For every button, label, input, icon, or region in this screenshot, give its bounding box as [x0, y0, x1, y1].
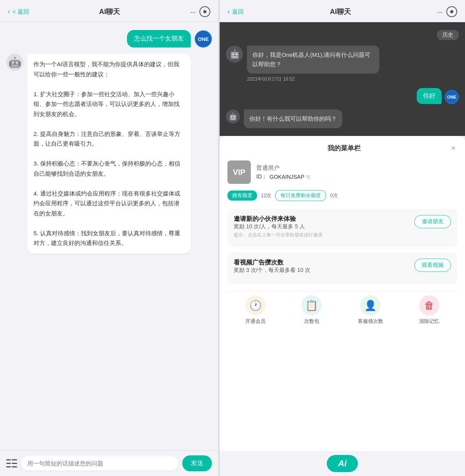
right-back-button[interactable]: ‹ 返回 — [227, 8, 244, 16]
history-badge[interactable]: 历史 — [437, 30, 459, 40]
quota-package-label: 次数包 — [304, 318, 319, 325]
video-desc: 奖励 3 次/个，每天最多看 10 次 — [234, 267, 310, 274]
right-header-title: AI聊天 — [330, 7, 351, 16]
right-back-arrow: ‹ — [227, 8, 230, 16]
vip-info: 普通用户 ID： GOKAINJSAP ⧉ — [256, 164, 310, 180]
trash-icon: 🗑 — [424, 300, 434, 312]
vip-section: VIP 普通用户 ID： GOKAINJSAP ⧉ — [227, 160, 457, 184]
ai-message-row: 🤖 作为一个AI语言模型，我不能为你提供具体的建议，但我可以给你一些一般性的建议… — [6, 54, 212, 254]
video-header-row: 看视频广告攒次数 奖励 3 次/个，每天最多看 10 次 观看视频 — [234, 259, 451, 275]
right-target-icon[interactable] — [446, 6, 457, 17]
right-header-icons: ··· — [437, 6, 457, 17]
right-chat-area: 历史 🤖 你好，我是One机器人(M1),请问有什么问题可以帮助您？ 2023年… — [220, 22, 465, 136]
svg-rect-5 — [12, 466, 17, 467]
bot-greeting-row: 🤖 你好，我是One机器人(M1),请问有什么问题可以帮助您？ 2023年03月… — [226, 46, 459, 83]
menu-close-button[interactable]: × — [449, 144, 457, 153]
left-back-button[interactable]: ‹ < 返回 — [8, 8, 29, 16]
user-id-label: ID： — [256, 173, 267, 180]
vip-badge: VIP — [227, 160, 251, 184]
clear-memory-item[interactable]: 🗑 清除记忆 — [419, 295, 439, 325]
clear-memory-icon: 🗑 — [419, 295, 439, 316]
right-robot-icon-2: 🤖 — [229, 112, 237, 121]
user-nihao-text: 你好 — [423, 92, 435, 99]
menu-panel: 我的菜单栏 × VIP 普通用户 ID： GOKAINJSAP ⧉ 拥有额度 1… — [220, 136, 465, 451]
clipboard-icon: 📋 — [305, 300, 318, 312]
quota-package-item[interactable]: 📋 次数包 — [301, 295, 322, 325]
clear-memory-label: 清除记忆 — [419, 318, 439, 325]
svg-rect-1 — [6, 463, 11, 464]
invite-desc: 奖励 10 次/人，每天最多 5 人 — [234, 223, 322, 230]
vip-membership-item[interactable]: 🕐 开通会员 — [245, 295, 266, 325]
right-more-icon[interactable]: ··· — [437, 7, 442, 16]
watch-video-button[interactable]: 观看视频 — [414, 259, 451, 272]
avatar-label: ONE — [198, 36, 209, 42]
person-icon: 👤 — [364, 300, 377, 312]
vip-membership-label: 开通会员 — [245, 318, 266, 325]
ai-badge: Ai — [327, 455, 358, 472]
right-avatar-label: ONE — [447, 95, 456, 99]
send-button[interactable]: 发送 — [182, 455, 212, 471]
robot-avatar: 🤖 — [6, 54, 23, 71]
quota-badge: 拥有额度 — [227, 190, 257, 201]
user-message-text: 怎么找一个女朋友 — [134, 35, 184, 42]
menu-icons-row: 🕐 开通会员 📋 次数包 👤 客服领次数 🗑 清除记忆 — [227, 291, 457, 325]
ai-bubble: 作为一个AI语言模型，我不能为你提供具体的建议，但我可以给你一些一般性的建议：1… — [27, 54, 191, 254]
clock-icon: 🕐 — [249, 300, 262, 312]
left-chat-panel: ‹ < 返回 AI聊天 ··· 怎么找一个女朋友 ONE 🤖 作为一个AI语言模… — [0, 0, 218, 476]
left-more-icon[interactable]: ··· — [190, 7, 196, 16]
left-header-title: AI聊天 — [99, 7, 120, 16]
right-robot-avatar: 🤖 — [226, 46, 243, 63]
copy-icon[interactable]: ⧉ — [306, 174, 310, 180]
svg-rect-2 — [6, 466, 11, 467]
left-header-icons: ··· — [190, 6, 210, 17]
bot-response-text: 你好！有什么我可以帮助你的吗？ — [249, 115, 337, 122]
quota-row: 拥有额度 12次 每日免费剩余额度 0次 — [227, 190, 457, 201]
customer-service-label: 客服领次数 — [358, 318, 383, 325]
user-avatar: ONE — [195, 30, 212, 48]
video-title: 看视频广告攒次数 — [234, 259, 310, 267]
customer-service-item[interactable]: 👤 客服领次数 — [358, 295, 383, 325]
back-label: < 返回 — [12, 8, 29, 16]
message-input[interactable] — [21, 456, 178, 471]
bot-greeting-text: 你好，我是One机器人(M1),请问有什么问题可以帮助您？ — [252, 51, 370, 67]
right-user-avatar: ONE — [445, 90, 459, 104]
left-chat-area: 怎么找一个女朋友 ONE 🤖 作为一个AI语言模型，我不能为你提供具体的建议，但… — [0, 22, 218, 450]
right-back-label: 返回 — [232, 8, 244, 16]
invite-friend-button[interactable]: 邀请朋友 — [414, 215, 451, 228]
left-target-icon[interactable] — [199, 6, 210, 17]
robot-icon: 🤖 — [9, 56, 21, 69]
daily-count: 0次 — [330, 192, 338, 199]
user-nihao-row: 你好 ONE — [226, 88, 459, 104]
invite-title: 邀请新的小伙伴来体验 — [234, 215, 322, 223]
svg-rect-0 — [6, 459, 11, 460]
left-input-bar: 发送 — [0, 450, 218, 476]
user-message-row: 怎么找一个女朋友 ONE — [6, 30, 212, 48]
invite-section: 邀请新的小伙伴来体验 奖励 10 次/人，每天最多 5 人 提示：点击右上角一可… — [227, 209, 457, 247]
user-type: 普通用户 — [256, 164, 310, 172]
user-id-value: GOKAINJSAP — [269, 174, 304, 180]
ai-message-text: 作为一个AI语言模型，我不能为你提供具体的建议，但我可以给你一些一般性的建议：1… — [33, 61, 180, 246]
daily-quota-badge: 每日免费剩余额度 — [275, 190, 326, 201]
menu-list-icon[interactable] — [6, 459, 17, 468]
invite-hint: 提示：点击右上角一可分享给朋友进行邀请 — [234, 232, 322, 238]
svg-rect-3 — [12, 459, 17, 460]
menu-header: 我的菜单栏 × — [227, 144, 457, 153]
bot-greeting-bubble: 你好，我是One机器人(M1),请问有什么问题可以帮助您？ — [247, 46, 379, 74]
message-timestamp: 2023年03月27日 18:52 — [247, 76, 379, 83]
invite-header-row: 邀请新的小伙伴来体验 奖励 10 次/人，每天最多 5 人 提示：点击右上角一可… — [234, 215, 451, 238]
ai-badge-container: Ai — [220, 451, 465, 476]
vip-membership-icon: 🕐 — [245, 295, 266, 316]
left-header: ‹ < 返回 AI聊天 ··· — [0, 0, 218, 22]
user-id-row: ID： GOKAINJSAP ⧉ — [256, 173, 310, 180]
right-robot-icon: 🤖 — [229, 49, 240, 59]
bot-response-bubble: 你好！有什么我可以帮助你的吗？ — [244, 109, 342, 128]
right-header: ‹ 返回 AI聊天 ··· — [220, 0, 465, 22]
back-arrow-icon: ‹ — [8, 8, 10, 16]
svg-rect-4 — [12, 463, 17, 464]
bot-response-row: 🤖 你好！有什么我可以帮助你的吗？ — [226, 109, 459, 128]
quota-package-icon: 📋 — [301, 295, 322, 316]
user-nihao-bubble: 你好 — [417, 88, 442, 104]
menu-title: 我的菜单栏 — [238, 144, 449, 153]
customer-service-icon: 👤 — [360, 295, 380, 316]
right-panel: ‹ 返回 AI聊天 ··· 历史 🤖 你好，我是One机器人(M1),请问有什么… — [220, 0, 465, 476]
